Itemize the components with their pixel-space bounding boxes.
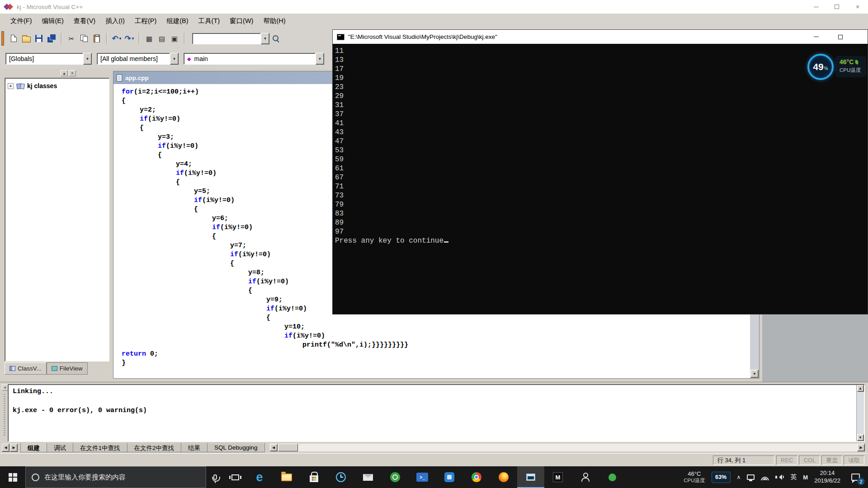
- tabs-scroll-right-button[interactable]: ▶: [10, 444, 18, 452]
- output-tab-2[interactable]: 在文件1中查找: [73, 443, 127, 452]
- find-in-files-button[interactable]: [269, 32, 282, 45]
- taskbar-app-clock[interactable]: [327, 466, 354, 488]
- taskbar-app-store[interactable]: [300, 466, 327, 488]
- function-combo-value[interactable]: ◆ main: [184, 53, 316, 65]
- scroll-down-button[interactable]: ▼: [857, 434, 864, 441]
- minimize-button[interactable]: [806, 0, 826, 14]
- new-file-button[interactable]: [7, 32, 20, 45]
- menu-item[interactable]: 窗口(W): [225, 14, 258, 28]
- scroll-left-button[interactable]: ◀: [270, 444, 278, 451]
- scroll-right-button[interactable]: ▶: [857, 444, 865, 451]
- workspace-toggle-button[interactable]: ▦: [143, 32, 156, 45]
- taskbar-app-firefox[interactable]: [490, 466, 517, 488]
- output-vertical-scrollbar[interactable]: ▲ ▼: [856, 385, 864, 441]
- output-tab-1[interactable]: 调试: [47, 443, 73, 452]
- menu-item[interactable]: 查看(V): [69, 14, 100, 28]
- console-title: "E:\Microsoft Visual Studio\MyProjects\k…: [348, 33, 802, 40]
- taskbar-app-m[interactable]: M: [544, 466, 571, 488]
- tray-network-button[interactable]: [758, 466, 772, 488]
- tabs-scroll-left-button[interactable]: ◀: [2, 444, 9, 452]
- tray-ime-button[interactable]: M: [800, 466, 811, 488]
- tray-percent-value: 63%: [712, 472, 731, 483]
- console-output-line: 23: [335, 83, 868, 92]
- taskbar-app-green[interactable]: [382, 466, 409, 488]
- scrollbar-thumb[interactable]: [278, 444, 298, 451]
- menu-item[interactable]: 文件(F): [5, 14, 37, 28]
- output-horizontal-scrollbar[interactable]: ◀ ▶: [270, 444, 865, 451]
- taskbar-app-browser[interactable]: [463, 466, 490, 488]
- microphone-button[interactable]: [206, 466, 224, 488]
- tray-percent-widget[interactable]: 63%: [708, 466, 734, 488]
- output-tab-0[interactable]: 组建: [20, 443, 47, 452]
- window-list-button[interactable]: ▣: [168, 32, 181, 45]
- task-view-icon: [231, 474, 239, 480]
- taskbar-app-edge[interactable]: e: [246, 466, 273, 488]
- menu-item[interactable]: 工程(P): [130, 14, 161, 28]
- taskbar-app-greendot[interactable]: [599, 466, 626, 488]
- taskbar-app-people[interactable]: [571, 466, 599, 488]
- cpu-temperature-badge[interactable]: 46°C CPU温度: [835, 56, 866, 77]
- menu-item[interactable]: 组建(B): [161, 14, 193, 28]
- function-combo-dropdown-button[interactable]: ▾: [316, 53, 324, 65]
- globals-combo-value[interactable]: [Globals]: [5, 53, 83, 65]
- start-button[interactable]: [0, 466, 25, 488]
- members-combo-dropdown-button[interactable]: ▾: [170, 53, 179, 65]
- console-output-line: 79: [335, 200, 868, 209]
- console-maximize-button[interactable]: [830, 30, 850, 44]
- tray-hidden-icons-button[interactable]: ∧: [734, 466, 744, 488]
- copy-button[interactable]: [78, 32, 90, 45]
- workspace-tab-classview[interactable]: ClassV...: [5, 362, 47, 375]
- tray-cpu-temp[interactable]: 46°C CPU温度: [680, 466, 708, 488]
- pane-close-button[interactable]: ×: [69, 70, 76, 76]
- undo-button[interactable]: ↶▾: [110, 32, 123, 45]
- taskbar-app-visual-cpp-active[interactable]: [517, 466, 544, 488]
- pane-collapse-button[interactable]: ▴: [61, 70, 68, 76]
- output-tab-5[interactable]: SQL Debugging: [207, 443, 265, 452]
- tree-item-kj-classes[interactable]: + kj classes: [8, 82, 106, 89]
- open-button[interactable]: [20, 32, 33, 45]
- tray-display-button[interactable]: [744, 466, 758, 488]
- classview-tree[interactable]: + kj classes: [5, 78, 109, 361]
- find-combo-input[interactable]: [192, 33, 261, 44]
- menu-item[interactable]: 编辑(E): [37, 14, 69, 28]
- taskbar-search-input[interactable]: 在这里输入你要搜索的内容: [25, 466, 206, 488]
- find-combo-dropdown-button[interactable]: ▾: [261, 33, 269, 44]
- tray-volume-button[interactable]: [772, 466, 787, 488]
- console-output[interactable]: 1113171923293137414347535961677173798389…: [333, 44, 868, 314]
- save-button[interactable]: [33, 32, 45, 45]
- action-center-button[interactable]: 2: [844, 466, 867, 488]
- browser-icon: [472, 472, 481, 482]
- tree-expand-icon[interactable]: +: [8, 83, 14, 89]
- menu-item[interactable]: 工具(T): [193, 14, 225, 28]
- toolbar-grip[interactable]: [1, 31, 4, 46]
- output-lines[interactable]: Linking... kj.exe - 0 error(s), 0 warnin…: [8, 384, 865, 442]
- cpu-usage-gauge[interactable]: 49 %: [807, 54, 834, 80]
- task-view-button[interactable]: [224, 466, 246, 488]
- output-tab-3[interactable]: 在文件2中查找: [127, 443, 182, 452]
- menu-item[interactable]: 帮助(H): [258, 14, 290, 28]
- menu-item[interactable]: 插入(I): [100, 14, 130, 28]
- tray-language-button[interactable]: 英: [787, 466, 800, 488]
- save-all-button[interactable]: [45, 32, 58, 45]
- globals-combo-dropdown-button[interactable]: ▾: [83, 53, 92, 65]
- taskbar-app-explorer[interactable]: [273, 466, 300, 488]
- members-combo-value[interactable]: [All global members]: [97, 53, 170, 65]
- taskbar-app-blue[interactable]: [436, 466, 463, 488]
- taskbar-app-powershell[interactable]: >_: [409, 466, 436, 488]
- tray-clock[interactable]: 20:14 2019/6/22: [811, 466, 844, 488]
- workspace-tab-fileview[interactable]: FileView: [47, 362, 88, 375]
- paste-button[interactable]: [90, 32, 103, 45]
- cut-button[interactable]: ✂: [65, 32, 78, 45]
- redo-button[interactable]: ↷▾: [123, 32, 136, 45]
- scroll-down-button[interactable]: ▼: [750, 370, 759, 378]
- tray-time: 20:14: [820, 469, 835, 477]
- output-grip[interactable]: [4, 394, 5, 436]
- scroll-up-button[interactable]: ▲: [857, 385, 864, 392]
- output-toggle-button[interactable]: ▤: [156, 32, 168, 45]
- console-minimize-button[interactable]: [806, 30, 826, 44]
- console-titlebar[interactable]: "E:\Microsoft Visual Studio\MyProjects\k…: [333, 30, 868, 44]
- maximize-button[interactable]: [826, 0, 847, 14]
- close-button[interactable]: ×: [847, 0, 868, 14]
- taskbar-app-mail[interactable]: [354, 466, 382, 488]
- output-tab-4[interactable]: 结果: [181, 443, 208, 452]
